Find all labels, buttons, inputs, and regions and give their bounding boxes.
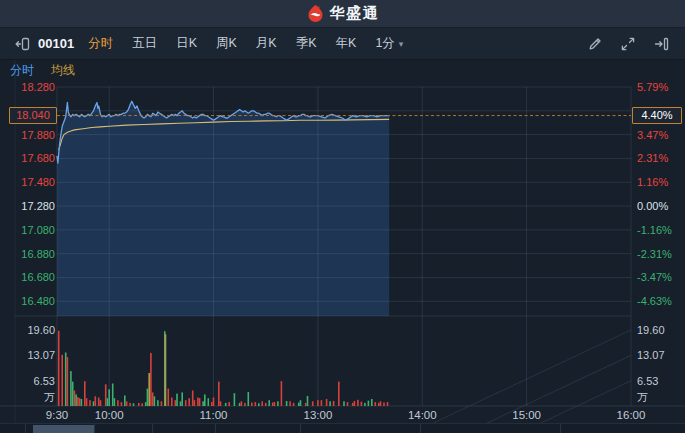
current-change-badge: 4.40% <box>632 107 682 124</box>
price-axis-label: 18.280 <box>0 81 55 93</box>
chart-area[interactable]: 分时 均线 18.040 4.40% 18.28018.08017.88017.… <box>0 60 685 433</box>
pct-axis-label: -4.63% <box>637 295 672 307</box>
scrollbar-divider <box>152 424 153 433</box>
price-axis-label: 17.880 <box>0 129 55 141</box>
volume-axis-label: 13.07 <box>0 349 55 361</box>
expand-panel-right-icon[interactable] <box>651 34 671 54</box>
logo-flame-icon <box>306 4 325 23</box>
period-tabs: 分时 五日 日K 周K 月K 季K 年K <box>88 35 356 52</box>
legend-item-average-line[interactable]: 均线 <box>51 62 75 79</box>
chart-scrollbar[interactable] <box>0 423 685 433</box>
stock-code: 00101 <box>38 36 74 51</box>
volume-axis-label: 19.60 <box>637 324 665 336</box>
tab-5day[interactable]: 五日 <box>132 35 157 52</box>
app-title: 华盛通 <box>330 4 380 23</box>
volume-unit-label: 万 <box>637 391 648 403</box>
time-axis-label: 9:30 <box>46 409 68 421</box>
scrollbar-divider <box>420 424 421 433</box>
price-axis-label: 17.280 <box>0 200 55 212</box>
chevron-down-icon: ▾ <box>399 39 404 49</box>
time-axis-label: 14:00 <box>408 409 437 421</box>
volume-axis-label: 19.60 <box>0 324 55 336</box>
toolbar-right-icons <box>585 34 671 54</box>
tab-daily-k[interactable]: 日K <box>176 35 197 52</box>
price-axis-label: 16.480 <box>0 295 55 307</box>
interval-select[interactable]: 1分 ▾ <box>375 35 403 52</box>
tab-quarterly-k[interactable]: 季K <box>296 35 317 52</box>
volume-axis-label: 6.53 <box>637 375 658 387</box>
scrollbar-divider <box>215 424 216 433</box>
tab-minute[interactable]: 分时 <box>88 35 113 52</box>
time-axis-label: 11:00 <box>200 409 228 421</box>
time-axis-label: 10:00 <box>95 409 124 421</box>
tab-weekly-k[interactable]: 周K <box>216 35 237 52</box>
pct-axis-label: -3.47% <box>637 271 672 283</box>
scrollbar-divider <box>560 424 561 433</box>
pct-axis-label: 1.16% <box>637 176 668 188</box>
price-axis-label: 16.880 <box>0 248 55 260</box>
app-logo: 华盛通 <box>306 4 380 23</box>
legend-item-minute-line[interactable]: 分时 <box>10 62 34 79</box>
time-axis-label: 13:00 <box>304 409 333 421</box>
scrollbar-divider <box>25 424 26 433</box>
time-axis-label: 16:00 <box>617 409 646 421</box>
chart-legend: 分时 均线 <box>10 62 75 79</box>
price-axis-label: 17.480 <box>0 176 55 188</box>
scrollbar-thumb[interactable] <box>33 425 94 433</box>
intraday-chart-canvas[interactable] <box>0 60 685 433</box>
price-axis-label: 16.680 <box>0 271 55 283</box>
scrollbar-divider <box>300 424 301 433</box>
tab-yearly-k[interactable]: 年K <box>336 35 357 52</box>
fullscreen-icon[interactable] <box>618 34 638 54</box>
price-axis-label: 17.680 <box>0 152 55 164</box>
collapse-quote-panel-icon[interactable] <box>12 34 32 54</box>
pct-axis-label: 5.79% <box>637 81 668 93</box>
trading-app-window: 华盛通 00101 分时 五日 日K 周K 月K 季K 年K 1分 ▾ <box>0 0 685 433</box>
volume-axis-label: 6.53 <box>0 375 55 387</box>
volume-axis-label: 13.07 <box>637 349 665 361</box>
interval-label: 1分 <box>375 35 394 52</box>
pct-axis-label: 3.47% <box>637 129 668 141</box>
scrollbar-divider <box>94 424 95 433</box>
pct-axis-label: -2.31% <box>637 248 672 260</box>
draw-pencil-icon[interactable] <box>585 34 605 54</box>
volume-unit-label: 万 <box>0 391 55 403</box>
tab-monthly-k[interactable]: 月K <box>256 35 277 52</box>
pct-axis-label: -1.16% <box>637 224 672 236</box>
pct-axis-label: 2.31% <box>637 152 668 164</box>
chart-toolbar: 00101 分时 五日 日K 周K 月K 季K 年K 1分 ▾ <box>0 28 685 60</box>
time-axis-label: 15:00 <box>512 409 541 421</box>
current-price-badge: 18.040 <box>9 107 57 124</box>
pct-axis-label: 0.00% <box>637 200 668 212</box>
price-axis-label: 17.080 <box>0 224 55 236</box>
app-header: 华盛通 <box>0 0 685 28</box>
